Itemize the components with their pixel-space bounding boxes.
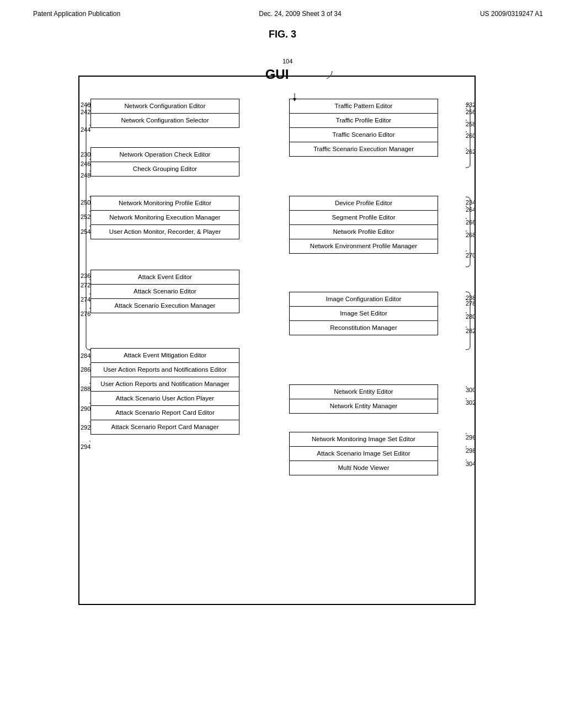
attack-scenario-image-set-editor-item: Attack Scenario Image Set Editor: [290, 447, 438, 461]
image-config-box: Image Configuration Editor Image Set Edi…: [289, 292, 438, 335]
network-op-check-editor-item: Network Operation Check Editor: [91, 148, 239, 162]
attack-event-editor-item: Attack Event Editor: [91, 270, 239, 285]
svg-text:272: 272: [81, 282, 90, 288]
gui-label: GUI: [79, 67, 475, 82]
svg-text:242: 242: [81, 109, 90, 115]
svg-text:286: 286: [81, 366, 90, 373]
attack-scenario-execution-manager-item: Attack Scenario Execution Manager: [91, 299, 239, 313]
svg-text:248: 248: [81, 172, 90, 179]
svg-text:240: 240: [81, 101, 90, 108]
traffic-pattern-editor-item: Traffic Pattern Editor: [290, 99, 438, 114]
segment-profile-editor-item: Segment Profile Editor: [290, 211, 438, 225]
traffic-scenario-execution-manager-item: Traffic Scenario Execution Manager: [290, 142, 438, 156]
network-config-selector-item: Network Configuration Selector: [91, 114, 239, 127]
svg-text:238: 238: [466, 295, 476, 301]
svg-text:288: 288: [81, 386, 90, 392]
network-config-editor-item: Network Configuration Editor: [91, 99, 239, 114]
traffic-scenario-editor-item: Traffic Scenario Editor: [290, 128, 438, 142]
svg-text:282: 282: [466, 328, 476, 334]
image-set-editor-item: Image Set Editor: [290, 307, 438, 321]
svg-text:244: 244: [81, 126, 90, 133]
ref-104-line: [316, 71, 349, 89]
svg-text:292: 292: [81, 424, 90, 431]
traffic-box: Traffic Pattern Editor Traffic Profile E…: [289, 99, 438, 157]
network-monitoring-execution-manager-item: Network Monitoring Execution Manager: [91, 211, 239, 225]
header-center: Dec. 24, 2009 Sheet 3 of 34: [259, 10, 341, 18]
svg-text:274: 274: [81, 296, 90, 303]
gui-outer-box: GUI Network Configuration Editor Network…: [78, 76, 476, 605]
svg-text:276: 276: [81, 311, 90, 317]
diagram-container: 104 GUI Network Configuration Editor Net…: [45, 42, 520, 649]
svg-text:294: 294: [81, 443, 90, 450]
check-grouping-editor-item: Check Grouping Editor: [91, 162, 239, 176]
user-action-reports-notifications-editor-item: User Action Reports and Notifications Ed…: [91, 363, 239, 377]
attack-scenario-user-action-player-item: Attack Scenario User Action Player: [91, 392, 239, 406]
network-profile-editor-item: Network Profile Editor: [290, 225, 438, 239]
attack-event-mitigation-editor-item: Attack Event Mitigation Editor: [91, 349, 239, 363]
header-left: Patent Application Publication: [33, 10, 120, 18]
svg-text:302: 302: [466, 399, 476, 406]
ref-104: 104: [282, 58, 292, 65]
svg-text:258: 258: [466, 121, 476, 127]
svg-text:254: 254: [81, 228, 90, 235]
svg-text:260: 260: [466, 132, 476, 139]
svg-text:298: 298: [466, 447, 476, 454]
traffic-profile-editor-item: Traffic Profile Editor: [290, 114, 438, 128]
svg-text:300: 300: [466, 387, 476, 393]
network-entity-box: Network Entity Editor Network Entity Man…: [289, 384, 438, 414]
attack-scenario-report-card-manager-item: Attack Scenario Report Card Manager: [91, 420, 239, 434]
svg-text:236: 236: [81, 272, 90, 279]
network-config-box: Network Configuration Editor Network Con…: [90, 99, 239, 128]
attack-mitigation-box: Attack Event Mitigation Editor User Acti…: [90, 348, 239, 435]
multi-node-viewer-item: Multi Node Viewer: [290, 461, 438, 475]
svg-text:266: 266: [466, 219, 476, 226]
svg-text:232: 232: [466, 101, 476, 108]
svg-text:230: 230: [81, 151, 90, 158]
reconstitution-manager-item: Reconstitution Manager: [290, 321, 438, 335]
attack-scenario-box: Attack Event Editor Attack Scenario Edit…: [90, 270, 239, 313]
svg-text:246: 246: [81, 160, 90, 167]
svg-text:234: 234: [466, 199, 476, 206]
svg-text:270: 270: [466, 252, 476, 259]
attack-scenario-editor-item: Attack Scenario Editor: [91, 285, 239, 299]
network-monitoring-box: Network Monitoring Profile Editor Networ…: [90, 196, 239, 239]
network-op-check-box: Network Operation Check Editor Check Gro…: [90, 147, 239, 176]
network-entity-manager-item: Network Entity Manager: [290, 399, 438, 413]
network-entity-editor-item: Network Entity Editor: [290, 385, 438, 399]
header-right: US 2009/0319247 A1: [480, 10, 543, 18]
network-monitoring-profile-editor-item: Network Monitoring Profile Editor: [91, 196, 239, 211]
svg-text:250: 250: [81, 199, 90, 206]
image-set-editors-box: Network Monitoring Image Set Editor Atta…: [289, 432, 438, 475]
device-profile-box: Device Profile Editor Segment Profile Ed…: [289, 196, 438, 254]
image-configuration-editor-item: Image Configuration Editor: [290, 292, 438, 307]
network-environment-profile-manager-item: Network Environment Profile Manager: [290, 239, 438, 253]
attack-scenario-report-card-editor-item: Attack Scenario Report Card Editor: [91, 406, 239, 420]
svg-text:262: 262: [466, 148, 476, 155]
fig-label: FIG. 3: [0, 29, 565, 40]
svg-text:304: 304: [466, 461, 476, 467]
user-action-monitor-item: User Action Monitor, Recorder, & Player: [91, 225, 239, 239]
svg-text:284: 284: [81, 352, 90, 359]
svg-text:252: 252: [81, 213, 90, 220]
svg-text:280: 280: [466, 313, 476, 320]
user-action-reports-notification-manager-item: User Action Reports and Notification Man…: [91, 377, 239, 392]
svg-text:268: 268: [466, 232, 476, 238]
svg-text:278: 278: [466, 300, 476, 307]
svg-text:264: 264: [466, 206, 476, 213]
page-header: Patent Application Publication Dec. 24, …: [0, 0, 565, 23]
device-profile-editor-item: Device Profile Editor: [290, 196, 438, 211]
svg-text:290: 290: [81, 405, 90, 412]
svg-text:256: 256: [466, 109, 476, 115]
network-monitoring-image-set-editor-item: Network Monitoring Image Set Editor: [290, 432, 438, 447]
svg-text:296: 296: [466, 434, 476, 441]
